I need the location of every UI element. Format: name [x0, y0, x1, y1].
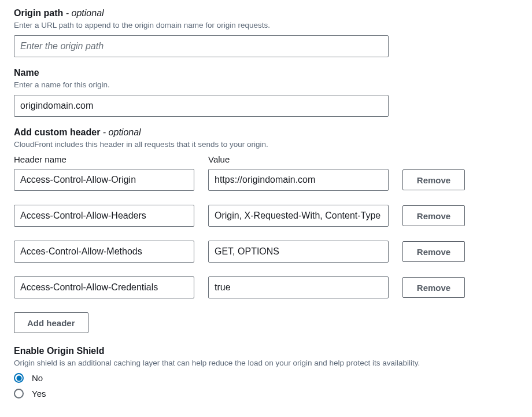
header-name-input[interactable] [14, 169, 194, 191]
name-field: Name Enter a name for this origin. [14, 68, 518, 117]
header-rows: RemoveRemoveRemoveRemove [14, 169, 518, 298]
header-value-input[interactable] [208, 276, 389, 298]
optional-suffix: - optional [100, 127, 141, 137]
radio-label-no: No [32, 373, 43, 383]
header-value-input[interactable] [208, 169, 389, 191]
optional-suffix: - optional [63, 8, 104, 18]
header-name-input[interactable] [14, 241, 194, 263]
header-row: Remove [14, 276, 518, 298]
header-value-input[interactable] [208, 241, 389, 263]
custom-header-desc: CloudFront includes this header in all r… [14, 140, 518, 149]
origin-shield-radio-group: No Yes [14, 373, 518, 398]
radio-dot-yes [14, 389, 24, 398]
custom-header-section: Add custom header - optional CloudFront … [14, 127, 518, 333]
header-row: Remove [14, 241, 518, 263]
header-name-input[interactable] [14, 276, 194, 298]
header-name-input[interactable] [14, 205, 194, 227]
origin-path-desc: Enter a URL path to append to the origin… [14, 21, 518, 29]
custom-header-label-text: Add custom header [14, 127, 100, 137]
origin-path-label: Origin path - optional [14, 8, 518, 19]
header-columns-heading: Header name Value [14, 154, 518, 164]
add-header-button[interactable]: Add header [14, 312, 88, 333]
origin-path-label-text: Origin path [14, 8, 63, 18]
header-value-input[interactable] [208, 205, 389, 227]
col-head-name: Header name [14, 154, 194, 164]
origin-shield-radio-yes[interactable]: Yes [14, 389, 518, 398]
origin-shield-section: Enable Origin Shield Origin shield is an… [14, 346, 518, 398]
name-label: Name [14, 68, 518, 78]
origin-shield-radio-no[interactable]: No [14, 373, 518, 383]
remove-header-button[interactable]: Remove [402, 277, 465, 298]
remove-header-button[interactable]: Remove [402, 169, 465, 190]
origin-shield-desc: Origin shield is an additional caching l… [14, 359, 518, 367]
name-input[interactable] [14, 95, 389, 117]
header-row: Remove [14, 169, 518, 191]
origin-shield-label: Enable Origin Shield [14, 346, 518, 356]
origin-path-input[interactable] [14, 35, 389, 57]
col-head-value: Value [208, 154, 389, 164]
custom-header-label: Add custom header - optional [14, 127, 518, 138]
radio-label-yes: Yes [32, 389, 46, 398]
remove-header-button[interactable]: Remove [402, 241, 465, 262]
header-row: Remove [14, 205, 518, 227]
origin-path-field: Origin path - optional Enter a URL path … [14, 8, 518, 57]
name-desc: Enter a name for this origin. [14, 80, 518, 89]
radio-dot-no [14, 373, 24, 383]
remove-header-button[interactable]: Remove [402, 205, 465, 226]
